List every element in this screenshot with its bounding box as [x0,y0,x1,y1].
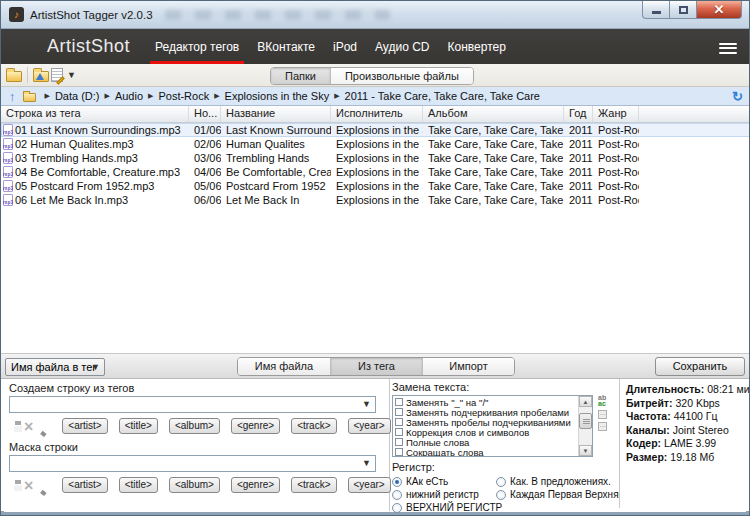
info-channels: Каналы:Joint Stereo [626,424,748,438]
mask-combobox[interactable]: ▼ [9,455,376,472]
column-header-tagstring[interactable]: Строка из тега [1,106,189,122]
chevron-right-icon: ▶ [45,92,50,100]
mp3-file-icon: mp3 [3,194,13,206]
list-scrollbar[interactable]: ▲ ▼ [578,396,592,456]
radio-title-case[interactable]: Каждая Первая Верхняя [496,488,614,501]
breadcrumb-item-audio[interactable]: Audio [115,90,143,102]
scrollbar-thumb[interactable] [579,413,592,429]
table-row[interactable]: mp302 Human Qualites.mp3 02/06 Human Qua… [1,137,750,151]
tab-from-tag[interactable]: Из тега [330,358,422,375]
scroll-down-icon[interactable]: ▼ [579,445,592,456]
tag-button-album[interactable]: <album> [169,418,220,434]
register-label: Регистр: [392,461,616,473]
tag-button-title[interactable]: <title> [119,418,158,434]
radio-icon [392,477,402,487]
breadcrumb-item-artist[interactable]: Explosions in the Sky [225,90,330,102]
tag-button-title[interactable]: <title> [119,477,158,493]
up-arrow-icon[interactable]: ↑ [9,89,16,104]
tag-button-artist[interactable]: <artist> [62,477,107,493]
redacted-text [165,10,390,20]
folder-up-icon[interactable] [33,71,49,82]
main-navbar: ArtistShot Редактор тегов ВКонтакте iPod… [1,29,750,64]
tab-import[interactable]: Импорт [422,358,514,375]
open-folder-icon[interactable] [6,71,22,82]
replace-option[interactable]: Заменять "_" на "/" [395,397,577,407]
replace-option[interactable]: Заменять пробелы подчеркиваниями [395,417,577,427]
move-down-icon[interactable]: ⋯ [598,422,607,431]
checkbox-icon [395,398,403,406]
hamburger-menu-icon[interactable] [719,40,737,56]
tab-filename[interactable]: Имя файла [238,358,330,375]
toolbar-separator [27,67,28,83]
replace-option[interactable]: Сокращать слова [395,447,577,457]
tag-button-album[interactable]: <album> [169,477,220,493]
maximize-button[interactable] [670,1,697,19]
checkbox-icon [395,428,403,436]
dropdown-caret-icon[interactable]: ▼ [67,70,76,80]
replace-option[interactable]: Полные слова [395,437,577,447]
tag-button-year[interactable]: <year> [348,477,391,493]
radio-uppercase[interactable]: ВЕРХНИЙ РЕГИСТР [392,501,496,514]
nav-item-ipod[interactable]: iPod [324,34,366,60]
delete-preset-icon[interactable]: × [24,420,33,433]
mode-bar: Имя файла в тег ▼ Имя файла Из тега Импо… [1,353,750,379]
text-replace-icon[interactable]: ab ac [598,395,616,407]
info-bitrate: Битрейт:320 Kbps [626,397,748,411]
radio-sentence-case[interactable]: Как. В предложениях. [496,475,614,488]
mask-label: Маска строки [9,441,383,453]
replace-label: Замена текста: [392,381,616,393]
tag-button-artist[interactable]: <artist> [62,418,107,434]
replace-option[interactable]: Заменять подчеркивания пробелами [395,407,577,417]
radio-as-is[interactable]: КАк еСть [392,475,496,488]
column-header-album[interactable]: Альбом [423,106,564,122]
app-logo: ArtistShot [47,36,130,57]
breadcrumb-item-album[interactable]: 2011 - Take Care, Take Care, Take Care [345,90,540,102]
nav-item-tag-editor[interactable]: Редактор тегов [146,34,248,60]
column-header-year[interactable]: Год [564,106,593,122]
mp3-file-icon: mp3 [3,138,13,150]
breadcrumb-item-drive[interactable]: Data (D:) [55,90,100,102]
tag-button-genre[interactable]: <genre> [231,418,280,434]
tag-button-year[interactable]: <year> [348,418,391,434]
checkbox-icon [395,438,403,446]
refresh-icon[interactable]: ↻ [732,89,743,104]
radio-icon [392,503,402,513]
replace-option[interactable]: Коррекция слов и символов [395,427,577,437]
breadcrumb: ↑ ▶ Data (D:) ▶ Audio ▶ Post-Rock ▶ Expl… [1,87,750,106]
clear-icon[interactable] [43,422,50,431]
table-row[interactable]: mp303 Trembling Hands.mp3 03/06 Tremblin… [1,151,750,165]
chevron-down-icon: ▼ [91,362,100,372]
tag-string-combobox[interactable]: ▼ [9,396,376,413]
delete-preset-icon[interactable]: × [24,479,33,492]
close-button[interactable]: ✕ [697,1,742,19]
table-row[interactable]: mp306 Let Me Back In.mp3 06/06 Let Me Ba… [1,193,750,207]
table-row[interactable]: mp304 Be Comfortable, Creature.mp3 04/06… [1,165,750,179]
app-window: ♪ ArtistShot Tagger v2.0.3 ✕ ArtistShot … [0,0,750,516]
title-bar: ♪ ArtistShot Tagger v2.0.3 ✕ [1,1,750,29]
column-header-title[interactable]: Название [221,106,331,122]
table-row[interactable]: mp301 Last Known Surroundings.mp3 01/06 … [1,123,750,137]
nav-item-converter[interactable]: Конвертер [439,34,515,60]
playlist-edit-icon[interactable] [51,68,63,82]
tag-button-genre[interactable]: <genre> [231,477,280,493]
radio-lowercase[interactable]: нижний регистр [392,488,496,501]
radio-icon [392,490,402,500]
move-up-icon[interactable]: ⋯ [598,410,607,419]
tab-arbitrary-files[interactable]: Произвольные файлы [330,68,473,84]
tab-folders[interactable]: Папки [271,68,330,84]
tag-button-track[interactable]: <track> [291,477,336,493]
column-header-number[interactable]: Но... [189,106,221,122]
nav-item-vkontakte[interactable]: ВКонтакте [248,34,324,60]
table-row[interactable]: mp305 Postcard From 1952.mp3 05/06 Postc… [1,179,750,193]
breadcrumb-item-postrock[interactable]: Post-Rock [158,90,209,102]
minimize-button[interactable] [642,1,670,19]
clear-icon[interactable] [43,481,50,490]
scroll-up-icon[interactable]: ▲ [579,396,592,407]
minimize-icon [652,11,661,14]
column-header-artist[interactable]: Исполнитель [331,106,423,122]
save-button[interactable]: Сохранить [655,357,745,376]
tag-button-track[interactable]: <track> [291,418,336,434]
mode-dropdown[interactable]: Имя файла в тег ▼ [5,358,105,376]
column-header-genre[interactable]: Жанр [593,106,639,122]
nav-item-audio-cd[interactable]: Аудио CD [366,34,439,60]
